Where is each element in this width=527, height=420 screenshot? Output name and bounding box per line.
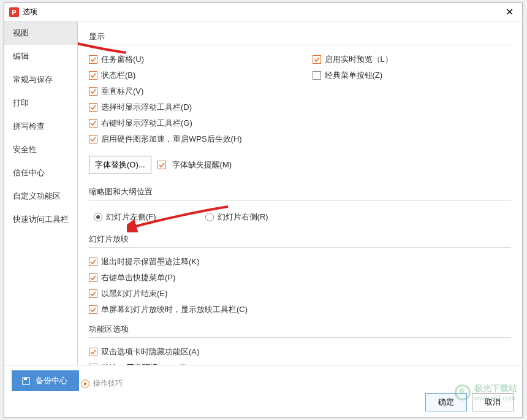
label-classic-menu: 经典菜单按钮(Z) [325,70,383,81]
section-title-thumb: 缩略图和大纲位置 [89,186,511,197]
radio-slide-left[interactable] [94,213,102,221]
sidebar-item-custom-ribbon[interactable]: 自定义功能区 [4,185,77,208]
play-icon [81,380,89,388]
checkbox-rightclick-float-toolbar[interactable] [89,119,97,128]
section-title-ribbon: 功能区选项 [89,324,511,335]
sidebar-item-quick-access[interactable]: 快速访问工具栏 [4,208,77,231]
checkbox-rightclick-menu[interactable] [89,273,97,282]
operation-tips-link[interactable]: 操作技巧 [81,378,123,389]
checkbox-status-bar[interactable] [89,71,97,80]
checkbox-select-float-toolbar[interactable] [89,103,97,112]
label-js-dev-env: 默认JS开发环境(Y) [101,362,169,365]
label-rightclick-menu: 右键单击快捷菜单(P) [101,272,175,283]
label-task-pane: 任务窗格(U) [101,54,144,65]
font-substitute-button[interactable]: 字体替换(O)... [89,156,151,174]
operation-tips-label: 操作技巧 [93,378,123,389]
checkbox-live-preview[interactable] [313,55,321,64]
sidebar-item-edit[interactable]: 编辑 [4,45,77,68]
label-rightclick-float-toolbar: 右键时显示浮动工具栏(G) [101,118,192,129]
sidebar-item-view[interactable]: 视图 [4,21,77,45]
label-keep-ink: 退出时提示保留墨迹注释(K) [101,256,199,267]
label-end-black: 以黑幻灯片结束(E) [101,288,167,299]
label-single-screen-toolbar: 单屏幕幻灯片放映时，显示放映工具栏(C) [101,304,248,315]
sidebar-item-trust-center[interactable]: 信任中心 [4,161,77,185]
label-vertical-ruler: 垂直标尺(V) [101,86,143,97]
app-icon: P [9,7,19,17]
sidebar-item-spellcheck[interactable]: 拼写检查 [4,115,77,138]
label-dblclick-hide-ribbon: 双击选项卡时隐藏功能区(A) [101,346,199,357]
backup-center-label: 备份中心 [36,375,67,386]
label-font-missing: 字体缺失提醒(M) [172,159,232,170]
label-live-preview: 启用实时预览（L） [325,54,393,65]
checkbox-keep-ink[interactable] [89,258,97,266]
section-title-slideshow: 幻灯片放映 [89,234,511,245]
checkbox-end-black[interactable] [89,289,97,298]
footer: 备份中心 操作技巧 确定 取消 极光下载站 www.xz7.com [4,365,522,418]
close-icon[interactable]: ✕ [502,6,517,18]
checkbox-hardware-accel[interactable] [89,135,97,143]
sidebar-item-print[interactable]: 打印 [4,91,77,115]
checkbox-single-screen-toolbar[interactable] [89,305,97,314]
help-icon[interactable]: ? [178,364,188,365]
checkbox-js-dev-env[interactable] [89,364,97,365]
section-title-display: 显示 [89,31,511,42]
window-title: 选项 [23,7,37,17]
label-status-bar: 状态栏(B) [101,70,135,81]
backup-center-button[interactable]: 备份中心 [12,370,79,391]
radio-slide-right[interactable] [205,213,214,221]
svg-rect-1 [24,378,27,380]
checkbox-dblclick-hide-ribbon[interactable] [89,348,97,356]
sidebar: 视图 编辑 常规与保存 打印 拼写检查 安全性 信任中心 自定义功能区 快速访问… [4,21,78,365]
checkbox-font-missing[interactable] [157,161,166,169]
label-hardware-accel: 启用硬件图形加速，重启WPS后生效(H) [101,134,242,145]
ok-button[interactable]: 确定 [425,393,467,411]
label-slide-left: 幻灯片左侧(F) [106,212,156,223]
options-dialog: P 选项 ✕ 视图 编辑 常规与保存 打印 拼写检查 安全性 信任中心 自定义功… [4,2,523,418]
checkbox-classic-menu[interactable] [313,71,321,80]
label-slide-right: 幻灯片右侧(R) [218,212,268,223]
sidebar-item-security[interactable]: 安全性 [4,138,77,161]
cancel-button[interactable]: 取消 [472,393,514,411]
checkbox-task-pane[interactable] [89,55,97,64]
checkbox-vertical-ruler[interactable] [89,87,97,96]
backup-icon [21,376,31,386]
label-select-float-toolbar: 选择时显示浮动工具栏(D) [101,102,192,113]
sidebar-item-general-save[interactable]: 常规与保存 [4,68,77,91]
content-panel: 显示 任务窗格(U) 状态栏(B) 垂直标尺(V) 选择时显示浮动工具栏(D) … [78,21,522,365]
titlebar: P 选项 ✕ [4,3,522,21]
